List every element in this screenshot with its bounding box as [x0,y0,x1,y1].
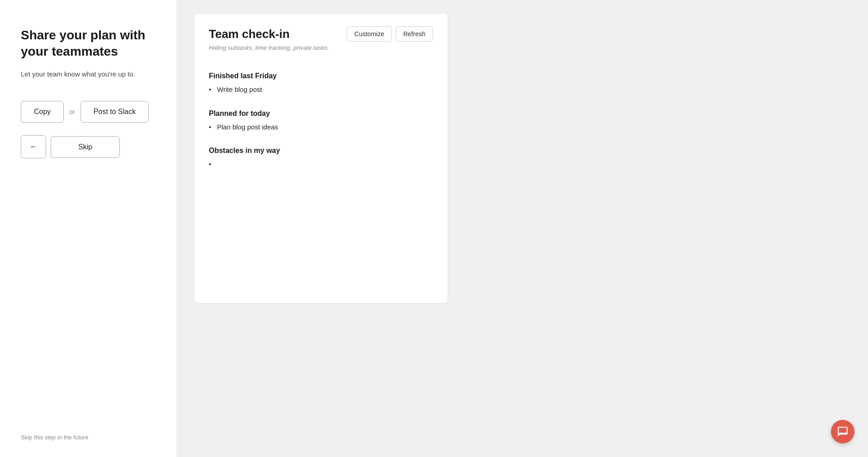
chat-icon [837,426,849,438]
section-obstacles-heading: Obstacles in my way [209,147,433,155]
skip-future-link[interactable]: Skip this step in the future [21,434,89,441]
list-item: Write blog post [209,85,433,95]
list-item: Plan blog post ideas [209,122,433,133]
copy-slack-row: Copy or Post to Slack [21,101,156,123]
section-finished-list: Write blog post [209,85,433,95]
section-planned-list: Plan blog post ideas [209,122,433,133]
or-separator: or [69,108,75,115]
checkin-body: Finished last Friday Write blog post Pla… [194,59,448,197]
chat-button[interactable] [831,420,854,443]
checkin-buttons: Customize Refresh [347,26,433,42]
section-planned-heading: Planned for today [209,109,433,118]
section-obstacles-list [209,159,433,170]
right-panel: Team check-in Customize Refresh Hiding s… [176,0,868,457]
navigation-row: ← Skip [21,135,156,158]
page-title: Share your plan with your teammates [21,27,156,60]
checkin-title-row: Team check-in Customize Refresh [209,26,433,42]
left-panel: Share your plan with your teammates Let … [0,0,176,457]
post-to-slack-button[interactable]: Post to Slack [80,101,149,123]
checkin-card: Team check-in Customize Refresh Hiding s… [194,14,448,303]
list-item-empty [209,159,433,170]
section-obstacles: Obstacles in my way [209,147,433,170]
copy-button[interactable]: Copy [21,101,64,123]
checkin-subtitle: Hiding subtasks, time tracking, private … [209,44,433,51]
skip-button[interactable]: Skip [51,136,120,158]
section-finished: Finished last Friday Write blog post [209,72,433,95]
checkin-title: Team check-in [209,27,290,41]
refresh-button[interactable]: Refresh [396,26,433,42]
customize-button[interactable]: Customize [347,26,392,42]
page-description: Let your team know what you're up to. [21,69,156,80]
checkin-header: Team check-in Customize Refresh Hiding s… [194,14,448,59]
section-finished-heading: Finished last Friday [209,72,433,80]
back-button[interactable]: ← [21,135,46,158]
section-planned: Planned for today Plan blog post ideas [209,109,433,133]
